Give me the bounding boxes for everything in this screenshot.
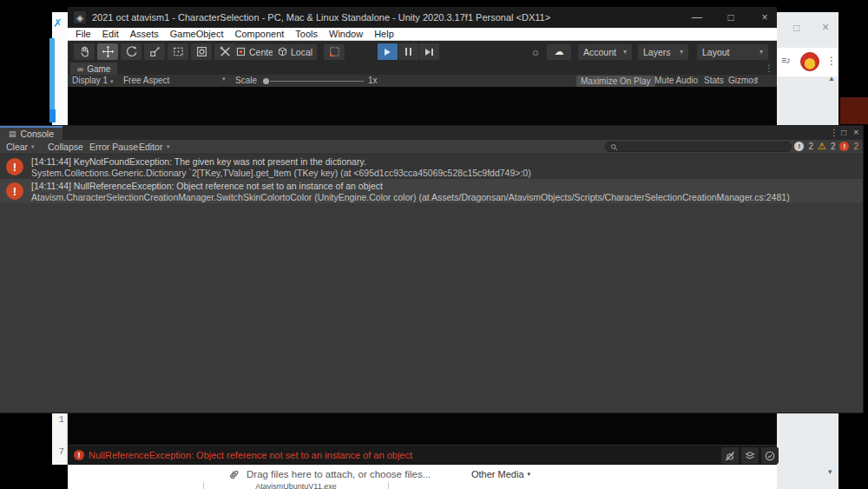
other-media-label: Other Media (471, 469, 524, 479)
layers-dropdown[interactable]: Layers ▾ (638, 44, 688, 60)
play-icon (385, 49, 391, 56)
warning-count-icon[interactable]: ⚠ (818, 142, 826, 151)
scale-label: Scale (235, 76, 257, 85)
minimize-button[interactable]: — (692, 11, 702, 23)
console-menu-icon[interactable]: ⋮ (830, 128, 838, 137)
main-toolbar: Center Local (68, 41, 777, 63)
scale-tool-button[interactable] (144, 43, 165, 60)
unity-status-bar[interactable]: ! NullReferenceException: Object referen… (68, 445, 777, 465)
menu-component[interactable]: Component (234, 29, 284, 39)
chevron-down-icon: ▾ (680, 48, 683, 56)
info-count[interactable]: 2 (808, 142, 813, 151)
scroll-down-icon[interactable]: ▾ (828, 467, 832, 476)
step-icon (425, 49, 434, 56)
rotate-tool-button[interactable] (121, 43, 141, 60)
account-dropdown[interactable]: Account ▾ (578, 44, 632, 60)
close-icon[interactable]: × (822, 22, 829, 32)
move-tool-button[interactable] (97, 43, 118, 60)
pause-button[interactable] (398, 43, 418, 60)
menu-bar: File Edit Assets GameObject Component To… (68, 28, 777, 41)
maximize-icon[interactable]: □ (793, 23, 799, 33)
stats-toggle[interactable]: Stats (704, 76, 724, 85)
menu-tools[interactable]: Tools (295, 29, 318, 39)
error-badge-icon: ! (74, 450, 84, 460)
chevron-down-icon: ▾ (222, 76, 226, 83)
cache-server-button[interactable] (741, 447, 759, 464)
menu-gameobject[interactable]: GameObject (170, 29, 224, 39)
background-tasks-button[interactable] (761, 447, 779, 464)
chevron-down-icon: ▾ (623, 48, 627, 56)
console-toolbar: Clear ▾ Collapse Error Pause Editor ▾ ! … (0, 140, 863, 155)
info-count-icon[interactable]: ! (794, 142, 804, 151)
menu-window[interactable]: Window (329, 29, 363, 39)
scale-slider-track[interactable] (270, 81, 364, 82)
menu-help[interactable]: Help (374, 29, 394, 39)
status-error-message[interactable]: NullReferenceException: Object reference… (89, 450, 412, 460)
debugger-disabled-button[interactable] (721, 447, 739, 464)
aspect-dropdown[interactable]: Free Aspect (123, 76, 169, 85)
background-red-block (840, 97, 868, 124)
transform-tool-button[interactable] (191, 43, 212, 60)
menu-edit[interactable]: Edit (102, 29, 119, 39)
editor-dropdown[interactable]: Editor (139, 142, 162, 152)
playlist-icon[interactable]: ≡♪ (781, 55, 790, 65)
account-label: Account (583, 47, 616, 57)
line-number: 7 (52, 446, 64, 457)
pivot-local-label: Local (291, 47, 312, 57)
other-media-dropdown[interactable]: Other Media ▾ (471, 469, 530, 479)
collab-cloud-button[interactable]: ☁ (547, 44, 571, 60)
collapse-toggle[interactable]: Collapse (48, 142, 83, 152)
activity-indicator-icon[interactable]: ☼ (526, 44, 545, 60)
log-message-line2: System.Collections.Generic.Dictionary `2… (31, 168, 531, 178)
maximize-button[interactable]: □ (726, 11, 736, 23)
pivot-local-button[interactable]: Local (273, 44, 317, 60)
scale-slider-handle[interactable] (263, 78, 269, 84)
error-pause-toggle[interactable]: Error Pause (89, 142, 138, 152)
display-dropdown[interactable]: Display 1 ▾ (72, 76, 113, 85)
attach-hint-text[interactable]: Drag files here to attach, or choose fil… (247, 469, 431, 479)
editor-dropdown-icon[interactable]: ▾ (167, 143, 170, 150)
left-scrollbar-thumb[interactable] (49, 109, 56, 122)
attachment-file-name[interactable]: AtavismUbuntuV11.exe (203, 482, 389, 489)
gizmos-dropdown[interactable]: Gizmos (728, 76, 758, 85)
grid-snap-button[interactable] (324, 44, 345, 60)
clear-dropdown-icon[interactable]: ▾ (31, 143, 35, 150)
hand-tool-button[interactable] (74, 43, 95, 60)
log-message-line1: [14:11:44] KeyNotFoundException: The giv… (31, 156, 366, 167)
menu-file[interactable]: File (76, 29, 91, 39)
warning-count[interactable]: 2 (831, 142, 836, 151)
error-count[interactable]: 2 (853, 142, 858, 151)
step-button[interactable] (419, 43, 439, 60)
tab-console[interactable]: ▤ Console (0, 126, 62, 140)
maximize-on-play-toggle[interactable]: Maximize On Play (576, 76, 655, 87)
console-tab-label: Console (21, 129, 55, 139)
layout-dropdown[interactable]: Layout ▾ (697, 44, 768, 60)
mute-audio-toggle[interactable]: Mute Audio (654, 76, 698, 85)
kebab-menu-icon[interactable]: ⋮ (826, 55, 837, 67)
rect-tool-button[interactable] (168, 43, 188, 60)
chevron-down-icon: ▾ (110, 78, 114, 84)
tab-menu-icon[interactable]: ⋮ (765, 63, 773, 73)
console-search-input[interactable] (605, 142, 792, 152)
pivot-local-icon (277, 46, 288, 57)
console-close-icon[interactable]: × (853, 127, 858, 137)
close-button[interactable]: × (760, 11, 770, 23)
console-log-entry[interactable]: ! [14:11:44] NullReferenceException: Obj… (0, 179, 863, 203)
attach-files-bar[interactable]: Drag files here to attach, or choose fil… (68, 465, 777, 482)
tab-game[interactable]: ∞ Game (70, 63, 117, 75)
chevron-down-icon: ▾ (755, 76, 759, 83)
layout-label: Layout (702, 47, 730, 57)
scroll-up-icon[interactable]: ▲ (828, 75, 835, 83)
move-icon (102, 45, 115, 58)
play-button[interactable] (378, 43, 398, 60)
console-maximize-icon[interactable]: □ (841, 128, 846, 137)
clear-button[interactable]: Clear (6, 142, 28, 152)
error-count-icon[interactable]: ! (839, 142, 849, 151)
layers-label: Layers (643, 47, 671, 57)
hand-icon (78, 45, 91, 58)
console-log-entry[interactable]: ! [14:11:44] KeyNotFoundException: The g… (0, 155, 863, 179)
menu-assets[interactable]: Assets (130, 29, 159, 39)
game-tab-bar: ∞ Game ⋮ (68, 63, 777, 75)
left-scrollbar[interactable] (49, 38, 55, 111)
avatar[interactable] (800, 52, 819, 71)
